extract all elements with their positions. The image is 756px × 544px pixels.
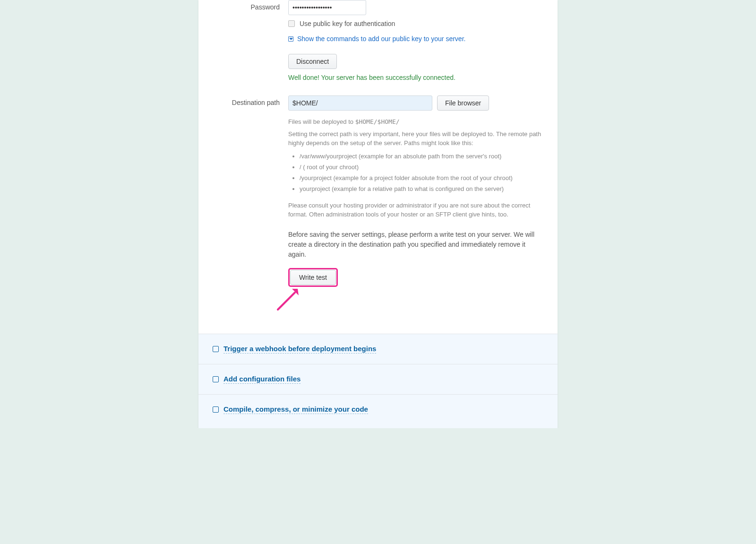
accordion-config[interactable]: Add configuration files — [198, 364, 558, 394]
arrow-icon — [274, 285, 302, 313]
accordion-webhook[interactable]: Trigger a webhook before deployment begi… — [198, 334, 558, 364]
deploy-help-prefix: Files will be deployed to — [288, 118, 355, 125]
success-message: Well done! Your server has been successf… — [288, 74, 543, 81]
destination-input[interactable] — [288, 95, 432, 111]
write-test-instruction: Before saving the server settings, pleas… — [288, 230, 543, 259]
destination-input-row: File browser — [288, 95, 543, 111]
path-example-item: yourproject (example for a relative path… — [300, 185, 543, 192]
accordion-compile[interactable]: Compile, compress, or minimize your code — [198, 394, 558, 428]
accordion-checkbox[interactable] — [213, 376, 219, 382]
disconnect-button[interactable]: Disconnect — [288, 54, 337, 69]
settings-card: Password Use public key for authenticati… — [198, 0, 558, 428]
path-example-item: / ( root of your chroot) — [300, 164, 543, 171]
accordion-row: Trigger a webhook before deployment begi… — [213, 345, 543, 354]
write-test-button[interactable]: Write test — [290, 270, 336, 285]
destination-label: Destination path — [213, 95, 288, 106]
path-example-item: /yourproject (example for a project fold… — [300, 174, 543, 181]
password-content: Use public key for authentication Show t… — [288, 0, 543, 81]
path-example-item: /var/www/yourproject (example for an abs… — [300, 153, 543, 160]
deploy-help-mono: $HOME/$HOME/ — [355, 118, 400, 125]
accordion-row: Add configuration files — [213, 375, 543, 384]
accordion-checkbox[interactable] — [213, 346, 219, 352]
file-browser-button[interactable]: File browser — [437, 95, 489, 111]
show-commands-row[interactable]: Show the commands to add our public key … — [288, 35, 543, 43]
password-row: Password Use public key for authenticati… — [213, 0, 543, 81]
accordion-config-link[interactable]: Add configuration files — [223, 375, 301, 384]
chevron-down-icon — [288, 36, 293, 42]
show-commands-link: Show the commands to add our public key … — [297, 35, 465, 43]
path-help-2: Please consult your hosting provider or … — [288, 201, 543, 219]
pubkey-row: Use public key for authentication — [288, 20, 543, 27]
card-body: Password Use public key for authenticati… — [198, 0, 558, 334]
accordion-compile-link[interactable]: Compile, compress, or minimize your code — [223, 405, 368, 414]
pubkey-label: Use public key for authentication — [300, 20, 395, 27]
password-input[interactable] — [288, 0, 366, 15]
deploy-path-help: Files will be deployed to $HOME/$HOME/ — [288, 117, 543, 127]
svg-line-0 — [278, 293, 295, 310]
pubkey-checkbox[interactable] — [288, 20, 295, 27]
annotation-arrow — [288, 287, 543, 315]
destination-row: Destination path File browser Files will… — [213, 95, 543, 315]
accordion-webhook-link[interactable]: Trigger a webhook before deployment begi… — [223, 345, 376, 354]
accordion-checkbox[interactable] — [213, 406, 219, 413]
path-examples-list: /var/www/yourproject (example for an abs… — [288, 153, 543, 192]
accordion-row: Compile, compress, or minimize your code — [213, 405, 543, 414]
destination-content: File browser Files will be deployed to $… — [288, 95, 543, 315]
write-test-highlight: Write test — [288, 268, 338, 287]
path-help-1: Setting the correct path is very importa… — [288, 130, 543, 148]
password-label: Password — [213, 0, 288, 11]
